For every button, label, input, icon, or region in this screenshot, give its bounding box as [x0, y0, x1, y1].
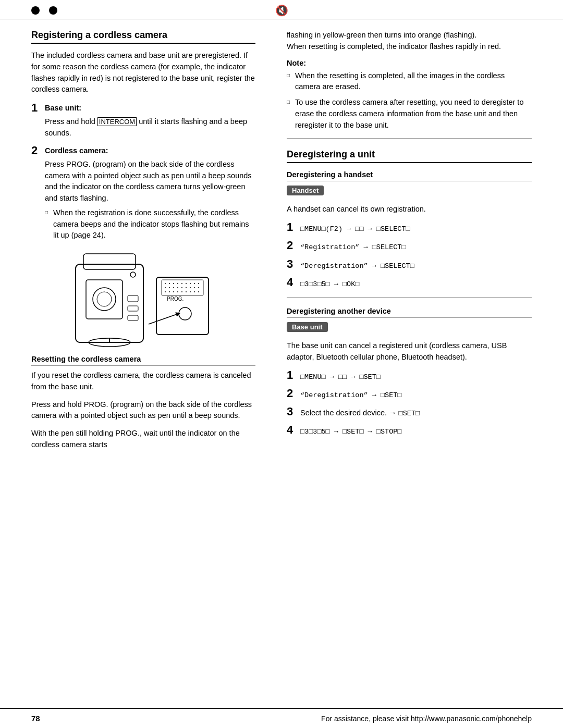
- base-step-3-num: 3: [287, 405, 296, 418]
- svg-point-31: [190, 287, 191, 288]
- note-text-2: To use the cordless camera after resetti…: [295, 97, 532, 131]
- divider-1: [287, 138, 532, 139]
- deregistering-title: Deregistering a unit: [287, 149, 532, 163]
- note-square-icon-1: □: [287, 72, 292, 78]
- svg-point-20: [181, 283, 182, 284]
- step-2-label: Cordless camera:: [45, 144, 108, 155]
- svg-point-21: [186, 283, 187, 284]
- help-text: For assistance, please visit http://www.…: [321, 714, 532, 723]
- dereg-step-4-num: 4: [287, 276, 296, 289]
- svg-point-19: [177, 283, 178, 284]
- right-top-text: flashing in yellow-green then turns into…: [287, 30, 532, 53]
- svg-point-26: [169, 287, 170, 288]
- svg-point-29: [181, 287, 182, 288]
- step-1-container: 1 Base unit: Press and hold INTERCOM unt…: [31, 102, 255, 139]
- svg-point-33: [198, 287, 199, 288]
- svg-point-3: [93, 288, 116, 311]
- another-device-heading: Deregistering another device: [287, 307, 532, 318]
- svg-rect-2: [86, 280, 123, 319]
- svg-point-32: [194, 287, 195, 288]
- base-step-1-num: 1: [287, 368, 296, 382]
- svg-point-34: [165, 291, 166, 292]
- bullet-square-icon: □: [45, 209, 50, 215]
- svg-point-35: [169, 291, 170, 292]
- dereg-step-3-num: 3: [287, 257, 296, 271]
- svg-point-38: [181, 291, 182, 292]
- main-content: Registering a cordless camera The includ…: [0, 19, 563, 708]
- svg-rect-11: [156, 277, 209, 335]
- step-1-number: 1: [31, 102, 41, 114]
- dereg-step-3: 3 “Deregistration” → □SELECT□: [287, 257, 532, 272]
- step-2-header: 2 Cordless camera:: [31, 144, 255, 157]
- svg-text:PROG.: PROG.: [167, 296, 183, 302]
- svg-point-22: [190, 283, 191, 284]
- resetting-body-2: Press and hold PROG. (program) on the ba…: [31, 399, 255, 422]
- camera-illustration: PROG.: [31, 249, 255, 348]
- svg-point-18: [173, 283, 174, 284]
- page-wrapper: 🔇 Registering a cordless camera The incl…: [0, 0, 563, 728]
- svg-rect-7: [128, 306, 138, 311]
- right-column: flashing in yellow-green then turns into…: [271, 19, 532, 708]
- base-step-1: 1 □MENU□ → □□ → □SET□: [287, 368, 532, 382]
- step-2-body: Press PROG. (program) on the back side o…: [45, 159, 255, 204]
- dereg-handset-heading: Deregistering a handset: [287, 170, 532, 181]
- left-section-title: Registering a cordless camera: [31, 30, 255, 44]
- svg-line-14: [149, 314, 178, 324]
- svg-point-27: [173, 287, 174, 288]
- svg-point-42: [198, 291, 199, 292]
- header-dot-1: [31, 6, 40, 15]
- dereg-step-1-content: □MENU□(F2) → □□ → □SELECT□: [300, 224, 410, 235]
- dereg-step-2: 2 “Registration” → □SELECT□: [287, 239, 532, 253]
- svg-point-25: [165, 287, 166, 288]
- base-step-1-content: □MENU□ → □□ → □SET□: [300, 372, 381, 382]
- handset-info: A handset can cancel its own registratio…: [287, 204, 532, 215]
- svg-point-36: [173, 291, 174, 292]
- page-number: 78: [31, 714, 40, 723]
- svg-point-39: [186, 291, 187, 292]
- dereg-step-4-content: □3□3□5□ → □OK□: [300, 279, 359, 290]
- base-step-4: 4 □3□3□5□ → □SET□ → □STOP□: [287, 423, 532, 437]
- note-item-2: □ To use the cordless camera after reset…: [287, 97, 532, 131]
- base-step-4-num: 4: [287, 423, 296, 437]
- another-device-info: The base unit can cancel a registered un…: [287, 340, 532, 363]
- left-column: Registering a cordless camera The includ…: [31, 19, 271, 708]
- deregistering-section: Deregistering a unit Deregistering a han…: [287, 149, 532, 437]
- step-2-container: 2 Cordless camera: Press PROG. (program)…: [31, 144, 255, 241]
- note-square-icon-2: □: [287, 99, 292, 105]
- step-2-number: 2: [31, 144, 41, 157]
- base-unit-badge: Base unit: [287, 322, 328, 332]
- another-device-section: Deregistering another device Base unit T…: [287, 307, 532, 438]
- svg-point-23: [194, 283, 195, 284]
- intro-text: The included cordless camera and base un…: [31, 50, 255, 95]
- base-unit-badge-container: Base unit: [287, 322, 532, 336]
- svg-point-30: [186, 287, 187, 288]
- step-1-label: Base unit:: [45, 102, 81, 112]
- base-step-4-content: □3□3□5□ → □SET□ → □STOP□: [300, 427, 401, 437]
- dereg-step-1-num: 1: [287, 220, 296, 234]
- page-header: 🔇: [0, 0, 563, 19]
- svg-point-13: [179, 307, 191, 320]
- speaker-mute-icon: 🔇: [275, 4, 288, 17]
- svg-point-5: [130, 272, 136, 277]
- svg-point-41: [194, 291, 195, 292]
- resetting-body-3: With the pen still holding PROG., wait u…: [31, 428, 255, 451]
- camera-svg: PROG.: [70, 249, 216, 348]
- note-heading: Note:: [287, 59, 532, 67]
- note-text-1: When the resetting is completed, all the…: [295, 70, 532, 93]
- page-footer: 78 For assistance, please visit http://w…: [0, 708, 563, 728]
- base-step-2-content: “Deregistration” → □SET□: [300, 390, 401, 401]
- handset-badge: Handset: [287, 186, 324, 195]
- note-item-1: □ When the resetting is completed, all t…: [287, 70, 532, 93]
- dereg-step-3-content: “Deregistration” → □SELECT□: [300, 260, 414, 272]
- dereg-step-1: 1 □MENU□(F2) → □□ → □SELECT□: [287, 220, 532, 235]
- svg-point-24: [198, 283, 199, 284]
- svg-point-4: [97, 292, 112, 306]
- step-2-bullet-1: □ When the registration is done successf…: [45, 207, 255, 241]
- header-dot-2: [49, 6, 57, 15]
- step-1-header: 1 Base unit:: [31, 102, 255, 114]
- step-2-bullet-text: When the registration is done successful…: [53, 207, 255, 241]
- svg-point-28: [177, 287, 178, 288]
- svg-point-17: [169, 283, 170, 284]
- header-dots: [31, 6, 57, 15]
- svg-rect-8: [128, 315, 138, 320]
